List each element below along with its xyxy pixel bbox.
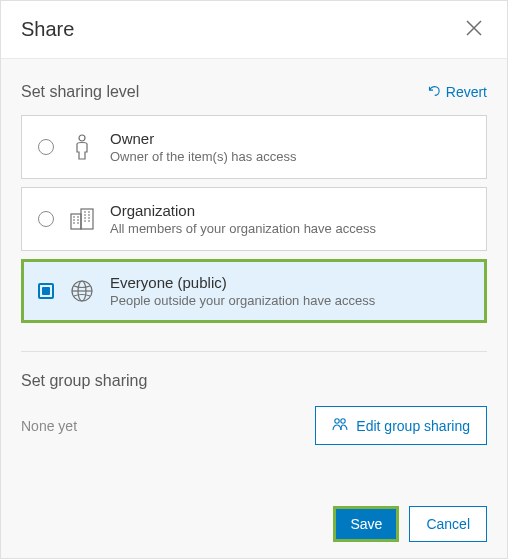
edit-group-sharing-button[interactable]: Edit group sharing [315, 406, 487, 445]
sharing-level-header: Set sharing level Revert [21, 83, 487, 101]
group-sharing-row: None yet Edit group sharing [21, 406, 487, 445]
radio-organization [38, 211, 54, 227]
globe-icon [70, 279, 94, 303]
revert-label: Revert [446, 84, 487, 100]
dialog-content: Set sharing level Revert Owner Owner of … [1, 59, 507, 490]
organization-icon [70, 207, 94, 231]
svg-rect-1 [71, 214, 81, 229]
sharing-option-organization[interactable]: Organization All members of your organiz… [21, 187, 487, 251]
group-icon [332, 417, 348, 434]
group-sharing-title: Set group sharing [21, 372, 487, 390]
option-title: Organization [110, 202, 376, 219]
option-title: Owner [110, 130, 296, 147]
dialog-footer: Save Cancel [1, 490, 507, 558]
radio-everyone [38, 283, 54, 299]
svg-point-20 [335, 419, 339, 423]
section-divider [21, 351, 487, 352]
sharing-options: Owner Owner of the item(s) has access [21, 115, 487, 323]
sharing-level-title: Set sharing level [21, 83, 139, 101]
radio-owner [38, 139, 54, 155]
group-sharing-none: None yet [21, 418, 77, 434]
close-button[interactable] [461, 15, 487, 44]
revert-icon [426, 84, 440, 101]
option-text: Everyone (public) People outside your or… [110, 274, 375, 308]
option-title: Everyone (public) [110, 274, 375, 291]
option-text: Owner Owner of the item(s) has access [110, 130, 296, 164]
svg-point-0 [79, 135, 85, 141]
close-icon [465, 25, 483, 40]
option-desc: Owner of the item(s) has access [110, 149, 296, 164]
sharing-option-everyone[interactable]: Everyone (public) People outside your or… [21, 259, 487, 323]
dialog-header: Share [1, 1, 507, 59]
revert-button[interactable]: Revert [426, 84, 487, 101]
cancel-button[interactable]: Cancel [409, 506, 487, 542]
sharing-option-owner[interactable]: Owner Owner of the item(s) has access [21, 115, 487, 179]
option-text: Organization All members of your organiz… [110, 202, 376, 236]
save-button[interactable]: Save [333, 506, 399, 542]
svg-point-21 [341, 419, 345, 423]
edit-group-label: Edit group sharing [356, 418, 470, 434]
dialog-title: Share [21, 18, 74, 41]
option-desc: All members of your organization have ac… [110, 221, 376, 236]
svg-rect-2 [81, 209, 93, 229]
owner-icon [70, 135, 94, 159]
option-desc: People outside your organization have ac… [110, 293, 375, 308]
